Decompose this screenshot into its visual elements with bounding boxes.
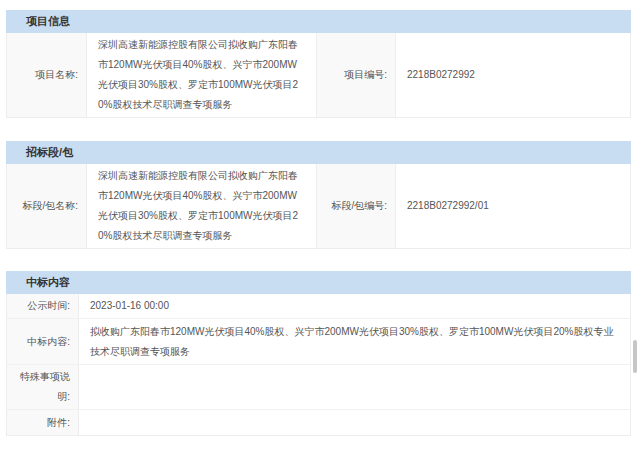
package-name-text: 深圳高速新能源控股有限公司拟收购广东阳春市120MW光伏项目40%股权、兴宁市2… xyxy=(98,166,305,246)
attachment-label: 附件: xyxy=(7,410,79,435)
project-name-label: 项目名称: xyxy=(7,33,87,117)
section-bid-package-body: 标段/包名称: 深圳高速新能源控股有限公司拟收购广东阳春市120MW光伏项目40… xyxy=(6,164,631,249)
section-award-content: 中标内容 公示时间: 2023-01-16 00:00 中标内容: 拟收购广东阳… xyxy=(6,271,631,436)
section-project-info: 项目信息 项目名称: 深圳高速新能源控股有限公司拟收购广东阳春市120MW光伏项… xyxy=(6,10,631,118)
publicity-time-label: 公示时间: xyxy=(7,294,79,318)
award-content-label: 中标内容: xyxy=(7,319,79,364)
publicity-time-value: 2023-01-16 00:00 xyxy=(79,294,630,318)
special-notes-value xyxy=(79,365,630,409)
table-row: 项目名称: 深圳高速新能源控股有限公司拟收购广东阳春市120MW光伏项目40%股… xyxy=(7,33,630,117)
section-bid-package-title: 招标段/包 xyxy=(6,141,631,164)
table-row: 公示时间: 2023-01-16 00:00 xyxy=(7,294,630,318)
table-row: 中标内容: 拟收购广东阳春市120MW光伏项目40%股权、兴宁市200MW光伏项… xyxy=(7,318,630,364)
package-code-value: 2218B0272992/01 xyxy=(396,164,630,248)
table-row: 标段/包名称: 深圳高速新能源控股有限公司拟收购广东阳春市120MW光伏项目40… xyxy=(7,164,630,248)
table-row: 附件: xyxy=(7,409,630,435)
attachment-value xyxy=(79,410,630,435)
project-code-value: 2218B0272992 xyxy=(396,33,630,117)
table-row: 特殊事项说明: xyxy=(7,364,630,409)
project-name-value: 深圳高速新能源控股有限公司拟收购广东阳春市120MW光伏项目40%股权、兴宁市2… xyxy=(87,33,317,117)
package-code-label: 标段/包编号: xyxy=(317,164,396,248)
vertical-scrollbar-thumb[interactable] xyxy=(633,340,637,373)
package-name-label: 标段/包名称: xyxy=(7,164,87,248)
award-content-text: 拟收购广东阳春市120MW光伏项目40%股权、兴宁市200MW光伏项目30%股权… xyxy=(90,322,619,362)
project-name-text: 深圳高速新能源控股有限公司拟收购广东阳春市120MW光伏项目40%股权、兴宁市2… xyxy=(98,35,305,115)
package-name-value: 深圳高速新能源控股有限公司拟收购广东阳春市120MW光伏项目40%股权、兴宁市2… xyxy=(87,164,317,248)
section-project-info-title: 项目信息 xyxy=(6,10,631,33)
tender-award-detail-page: 项目信息 项目名称: 深圳高速新能源控股有限公司拟收购广东阳春市120MW光伏项… xyxy=(0,0,640,450)
detail-sections-container: 项目信息 项目名称: 深圳高速新能源控股有限公司拟收购广东阳春市120MW光伏项… xyxy=(6,10,631,450)
section-award-content-body: 公示时间: 2023-01-16 00:00 中标内容: 拟收购广东阳春市120… xyxy=(6,294,631,436)
section-award-content-title: 中标内容 xyxy=(6,271,631,294)
section-bid-package: 招标段/包 标段/包名称: 深圳高速新能源控股有限公司拟收购广东阳春市120MW… xyxy=(6,141,631,249)
project-code-label: 项目编号: xyxy=(317,33,396,117)
award-content-value: 拟收购广东阳春市120MW光伏项目40%股权、兴宁市200MW光伏项目30%股权… xyxy=(79,319,630,364)
special-notes-label: 特殊事项说明: xyxy=(7,365,79,409)
section-project-info-body: 项目名称: 深圳高速新能源控股有限公司拟收购广东阳春市120MW光伏项目40%股… xyxy=(6,33,631,118)
